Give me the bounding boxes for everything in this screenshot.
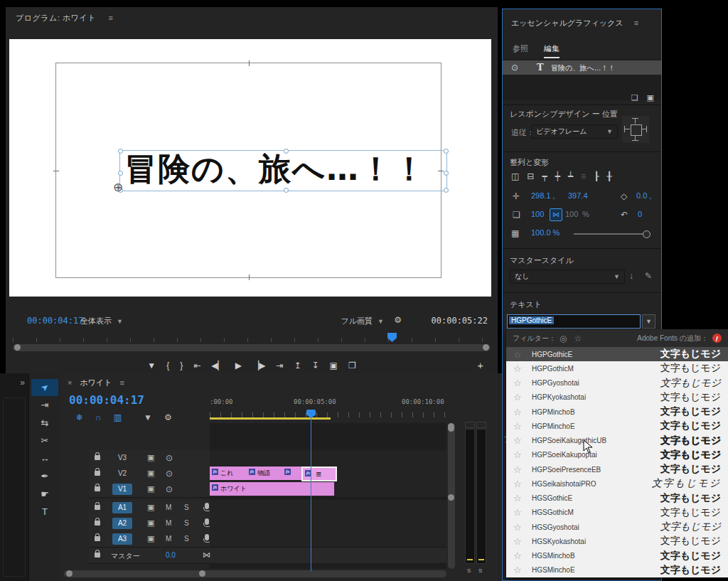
master-style-dropdown[interactable]: なし ▼ [510,270,625,284]
timeline-playhead-line[interactable] [311,416,311,571]
position-x-value[interactable]: 298.1 , [531,191,555,200]
work-area-bar[interactable] [210,417,331,420]
track-lane-v2[interactable]: fxこれ fx物語 fx fx≣ [210,466,446,481]
font-option[interactable]: ☆HGSKyokashotai文字もじモジ [506,534,728,548]
follow-dropdown[interactable]: ビデオフレーム ▼ [531,124,618,139]
anchor-value[interactable]: 0.0 , [636,191,651,200]
font-family-input[interactable]: HGPGothicE [507,314,641,329]
link-scale-toggle[interactable]: ⋈ [550,208,562,221]
favorite-star-icon[interactable]: ☆ [513,479,532,489]
panel-menu-icon[interactable]: ≡ [120,378,124,387]
track-badge-v3[interactable]: V3 [112,452,132,464]
handle-br[interactable] [444,188,449,193]
font-option[interactable]: ☆HGSMinchoB文字もじモジ [506,549,728,563]
favorite-star-icon[interactable]: ☆ [513,550,532,561]
opacity-checker-icon[interactable]: ▦ [511,228,519,238]
eye-icon[interactable]: ⊙ [166,469,173,479]
sync-lock-icon[interactable]: ▣ [147,484,154,494]
voiceover-mic-icon[interactable] [205,518,209,525]
sync-lock-icon[interactable]: ▣ [147,469,154,478]
nest-sequences-icon[interactable]: ❄ [76,412,83,422]
sync-lock-icon[interactable]: ▣ [147,503,154,512]
favorite-star-icon[interactable]: ☆ [513,507,532,518]
favorite-star-icon[interactable]: ☆ [513,536,532,547]
timeline-current-timecode[interactable]: 00:00:04:17 [69,393,144,407]
favorite-star-icon[interactable]: ☆ [513,363,532,374]
button-editor-plus[interactable]: + [477,359,483,371]
master-level-value[interactable]: 0.0 [166,551,176,559]
align-bottom-icon[interactable]: ┷ [568,171,573,181]
lock-icon[interactable] [95,471,100,476]
distribute-vertical-icon[interactable]: ≡ [581,171,586,181]
font-option[interactable]: ☆HGSMinchoE文字もじモジ [506,563,728,577]
solo-button[interactable]: S [184,503,189,511]
track-lane-a3[interactable] [210,531,446,547]
align-left-icon[interactable]: ┠ [594,171,599,181]
handle-mr[interactable] [444,171,449,176]
timeline-ruler[interactable]: :00:00 00:00:05:00 00:00:10:00 [210,396,446,417]
mark-in-button[interactable]: { [166,358,169,373]
step-back-button[interactable]: ◀▏ [211,358,224,373]
extract-button[interactable]: ↧ [312,358,319,373]
font-option[interactable]: ☆HGPSoeiPresenceEB文字もじモジ [506,462,728,476]
track-lane-a2[interactable] [210,516,446,531]
mute-button[interactable]: M [166,519,171,527]
track-badge-a1[interactable]: A1 [112,502,132,513]
tab-browse[interactable]: 参照 [513,43,528,57]
comparison-view-button[interactable]: ❐ [348,358,356,373]
font-option[interactable]: ☆HGPGothicE文字もじモジ [506,347,728,361]
eye-icon[interactable]: ⊙ [166,453,173,463]
favorite-star-icon[interactable]: ☆ [513,565,532,575]
scale-icon[interactable]: ❏ [513,210,520,220]
favorite-star-icon[interactable]: ☆ [513,464,532,475]
push-to-master-icon[interactable]: ↓ [629,271,633,281]
monitor-zoom-scrollbar[interactable] [13,344,491,351]
font-option[interactable]: ☆HGPGyoshotai文字もじモジ [506,376,728,390]
favorite-star-icon[interactable]: ☆ [513,378,532,388]
monitor-settings-wrench-icon[interactable]: ⚙ [394,315,402,325]
vertical-scrollbar[interactable] [448,423,455,569]
snap-icon[interactable]: ∩ [95,412,102,422]
font-option[interactable]: ☆HGSGothicM文字もじモジ [506,506,728,520]
favorite-star-icon[interactable]: ☆ [513,449,532,460]
align-center-icon[interactable]: ╂ [606,171,611,181]
add-marker-button[interactable]: ▼ [147,358,156,373]
favorite-star-icon[interactable]: ☆ [513,435,532,446]
clip-kore[interactable]: fxこれ [210,467,247,480]
anchor-point-icon[interactable]: ◇ [621,191,627,201]
font-option[interactable]: ☆HGPSoeiKakupoptai文字もじモジ [506,448,728,462]
current-timecode[interactable]: 00:00:04:17 [27,316,83,326]
timeline-tab[interactable]: × ホワイト ≡ [68,378,124,388]
monitor-mini-timeline[interactable] [13,333,491,342]
handle-tl[interactable] [118,149,123,154]
sync-lock-icon[interactable]: ▣ [147,453,154,462]
add-marker-icon[interactable]: ▼ [144,412,152,422]
play-button[interactable]: ▶ [235,358,242,373]
align-vertical-center-icon[interactable]: ⊟ [527,171,534,181]
lock-icon[interactable] [95,536,100,541]
track-select-forward-tool[interactable]: ⇥ [31,397,58,414]
solo-button[interactable]: S [184,535,189,543]
hand-tool[interactable]: ☛ [31,486,58,503]
go-to-in-button[interactable]: ⇤ [193,358,200,373]
handle-tr[interactable] [444,149,449,154]
favorite-star-icon[interactable]: ☆ [513,407,532,417]
meter-solo-left[interactable]: S [467,567,471,574]
font-option[interactable]: ☆HGPMinchoB文字もじモジ [506,405,728,419]
program-canvas[interactable]: 冒険の、旅へ…！！ ⊕ [9,39,491,297]
font-option[interactable]: ☆HGPGothicM文字もじモジ [506,361,728,375]
expand-panel-chevrons[interactable]: » [20,378,25,388]
align-middle-icon[interactable]: ┿ [555,171,560,181]
opacity-value[interactable]: 100.0 % [531,228,560,237]
step-forward-button[interactable]: ▕▶ [252,358,265,373]
eye-icon[interactable]: ⊙ [511,63,518,73]
clip-howaito[interactable]: fxホワイト [210,482,335,496]
font-option[interactable]: ☆HGSGothicE文字もじモジ [506,491,728,506]
clip-selected-graphic[interactable]: fx≣ [301,467,337,481]
favorite-star-icon[interactable]: ☆ [513,349,532,360]
position-y-value[interactable]: 397.4 [568,191,588,200]
scroll-handle[interactable] [448,494,454,501]
mark-out-button[interactable]: } [180,358,183,373]
track-lane-v1[interactable]: fxホワイト [210,481,446,497]
position-move-icon[interactable]: ✛ [513,191,520,201]
